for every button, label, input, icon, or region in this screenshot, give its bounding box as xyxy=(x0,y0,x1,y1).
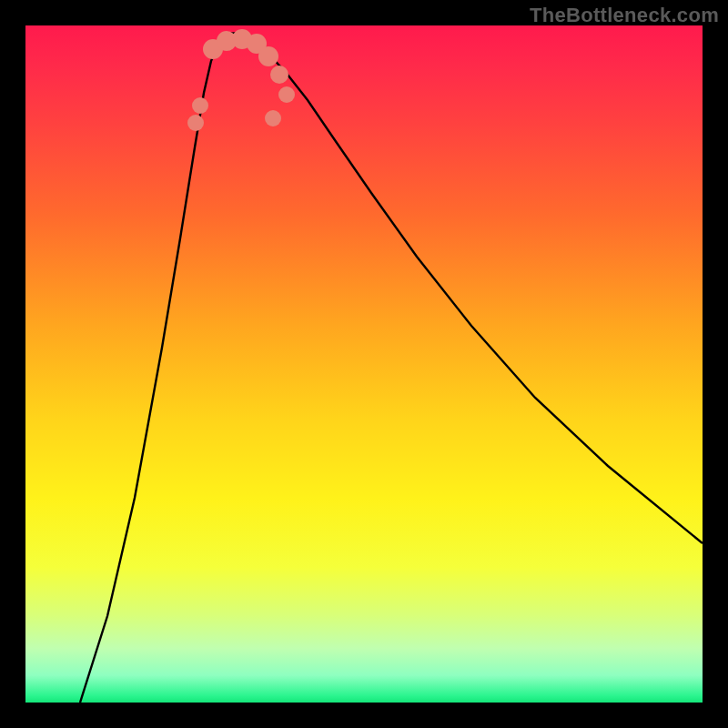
bottleneck-curve xyxy=(80,33,703,703)
chart-svg xyxy=(25,25,703,703)
plot-area xyxy=(25,25,703,703)
marker-blob-6 xyxy=(270,66,288,84)
chart-frame: TheBottleneck.com xyxy=(0,0,728,728)
marker-right-dot xyxy=(265,110,281,126)
watermark-text: TheBottleneck.com xyxy=(530,4,719,27)
marker-blob-5 xyxy=(258,46,278,66)
data-markers xyxy=(187,29,295,131)
marker-blob-7 xyxy=(278,86,295,103)
marker-left-dot-upper xyxy=(187,115,204,131)
marker-left-dot-lower xyxy=(192,97,208,114)
